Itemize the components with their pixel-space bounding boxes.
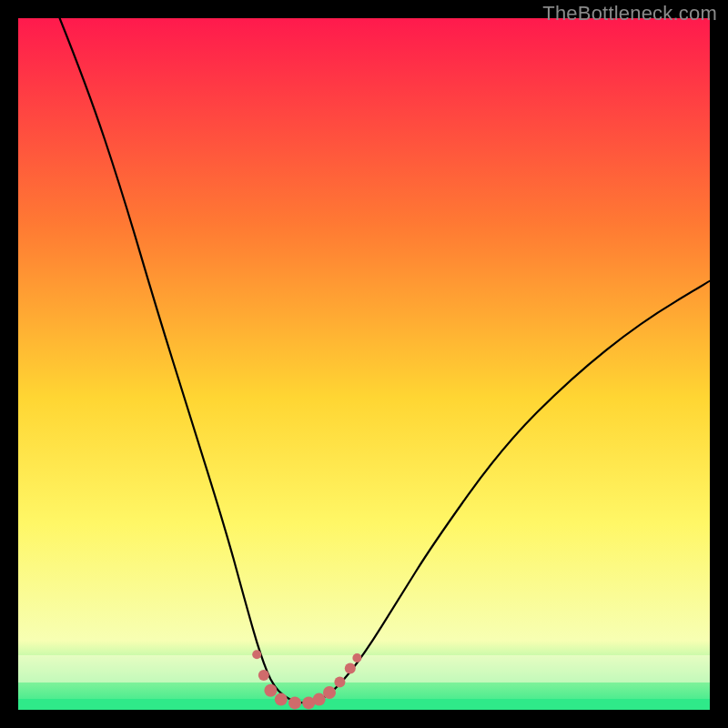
gradient-background [18,18,710,710]
marker-dot [258,670,269,681]
watermark-text: TheBottleneck.com [542,2,717,25]
marker-dot [252,650,261,659]
marker-dot [323,686,336,699]
chart-frame: TheBottleneck.com [0,0,728,728]
marker-dot [288,696,301,709]
bottleneck-chart [18,18,710,710]
marker-dot [264,684,277,697]
pale-band [18,655,710,682]
marker-dot [313,693,326,706]
marker-dot [334,677,345,688]
marker-dot [345,662,356,673]
plot-area [18,18,710,710]
marker-dot [352,653,361,662]
marker-dot [275,693,288,706]
green-baseline [18,699,710,710]
